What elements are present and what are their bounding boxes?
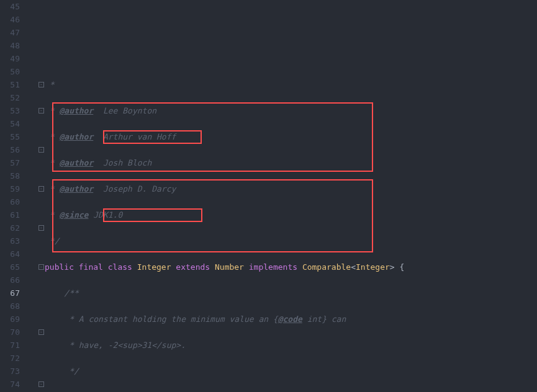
code-line[interactable]: * <box>45 78 537 91</box>
line-number[interactable]: 61 <box>0 208 20 221</box>
fold-toggle[interactable]: - <box>38 225 44 231</box>
line-number[interactable]: 67 <box>0 287 20 300</box>
fold-toggle[interactable]: - <box>38 108 44 114</box>
line-number[interactable]: 70 <box>0 326 20 339</box>
fold-toggle[interactable]: - <box>38 264 44 270</box>
javadoc-author-tag: @author <box>59 158 93 167</box>
line-number[interactable]: 68 <box>0 300 20 313</box>
line-number[interactable]: 74 <box>0 378 20 391</box>
line-number[interactable]: 63 <box>0 234 20 247</box>
code-line[interactable]: * @author Lee Boynton <box>45 104 537 117</box>
line-number[interactable]: 66 <box>0 274 20 287</box>
line-number[interactable]: 53 <box>0 104 20 117</box>
line-number[interactable]: 50 <box>0 65 20 78</box>
code-line[interactable]: * @author Josh Bloch <box>45 156 537 169</box>
line-number[interactable]: 65 <box>0 261 20 274</box>
line-number[interactable]: 46 <box>0 13 20 26</box>
fold-toggle[interactable]: - <box>38 82 44 87</box>
javadoc-author-tag: @author <box>59 106 93 115</box>
code-line[interactable]: * @since JDK1.0 <box>45 208 537 221</box>
code-line[interactable]: * have, -2<sup>31</sup>. <box>45 339 537 352</box>
fold-toggle[interactable]: - <box>38 381 44 387</box>
line-number[interactable]: 48 <box>0 39 20 52</box>
line-number[interactable]: 71 <box>0 339 20 352</box>
line-number[interactable]: 47 <box>0 26 20 39</box>
javadoc-since-tag: @since <box>59 210 88 220</box>
line-number[interactable]: 57 <box>0 156 20 169</box>
line-number[interactable]: 60 <box>0 195 20 208</box>
line-number[interactable]: 51 <box>0 78 20 91</box>
javadoc-author-tag: @author <box>59 184 93 194</box>
code-line[interactable]: */ <box>45 234 537 247</box>
line-number[interactable]: 45 <box>0 0 20 13</box>
line-number[interactable]: 58 <box>0 169 20 182</box>
javadoc-author-tag: @author <box>59 132 93 141</box>
code-area[interactable]: * * @author Lee Boynton * @author Arthur… <box>45 0 537 392</box>
line-number[interactable]: 62 <box>0 221 20 234</box>
code-editor[interactable]: 4546474849505152535455565758596061626364… <box>0 0 537 392</box>
fold-column: -------- <box>25 0 45 392</box>
line-number-gutter: 4546474849505152535455565758596061626364… <box>0 0 25 392</box>
line-number[interactable]: 69 <box>0 313 20 326</box>
line-number[interactable]: 56 <box>0 143 20 156</box>
fold-toggle[interactable]: - <box>38 147 44 153</box>
javadoc-code-tag: @code <box>278 314 302 324</box>
line-number[interactable]: 64 <box>0 247 20 261</box>
code-line[interactable]: /** <box>45 287 537 300</box>
code-line[interactable]: */ <box>45 365 537 378</box>
fold-toggle[interactable]: - <box>38 186 44 192</box>
fold-toggle[interactable]: - <box>38 329 44 335</box>
code-line[interactable]: * A constant holding the minimum value a… <box>45 313 537 326</box>
line-number[interactable]: 72 <box>0 352 20 365</box>
line-number[interactable]: 73 <box>0 365 20 378</box>
line-number[interactable]: 54 <box>0 117 20 130</box>
code-line[interactable]: * @author Arthur van Hoff <box>45 130 537 143</box>
code-line[interactable]: public final class Integer extends Numbe… <box>45 261 537 274</box>
line-number[interactable]: 52 <box>0 91 20 104</box>
line-number[interactable]: 49 <box>0 52 20 65</box>
code-line[interactable]: * @author Joseph D. Darcy <box>45 182 537 195</box>
line-number[interactable]: 59 <box>0 182 20 195</box>
line-number[interactable]: 55 <box>0 130 20 143</box>
